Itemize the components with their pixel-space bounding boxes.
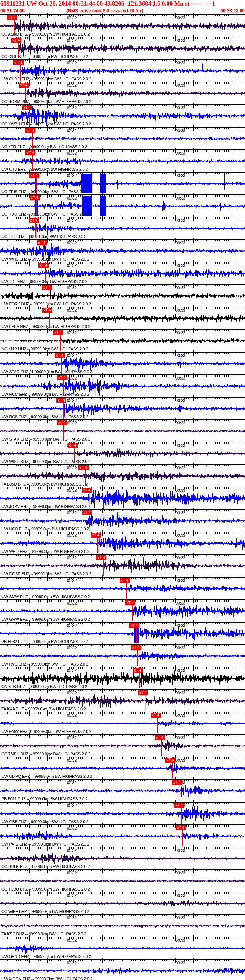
time-tick-label: 00:32 — [67, 533, 77, 538]
trace-row[interactable]: 00:32 00:33 UW UMPQ EHZ -- 99999.0km BW … — [0, 757, 245, 779]
phase-pick-flag[interactable]: xT 4 — [165, 758, 175, 762]
trace-row[interactable]: 00:32 00:33 CN BTB HHZ -- 99999.0km BW H… — [0, 667, 245, 689]
trace-row[interactable]: 00:32 00:33 CC KWBU EHZ -- 99999.0km BW … — [0, 104, 245, 127]
phase-pick-flag[interactable]: xT 4 — [150, 713, 161, 718]
trace-row[interactable]: 00:32 00:33 UW GHW EHZ -- 99999.0km BW H… — [0, 599, 245, 622]
trace-row[interactable]: 00:32 00:33 CC RRLK BHZ -- 99999.0km BW … — [0, 847, 245, 869]
trace-row[interactable]: 00:32 00:33 TA I05D BHZ -- 99999.0km BW … — [0, 914, 245, 937]
trace-row[interactable]: 00:32 00:33 UW NCO EHZ -- 99999.0km BW H… — [0, 509, 245, 531]
trace-row[interactable]: 00:32 00:33 CC TCBU BHZ -- 99999.0km BW … — [0, 869, 245, 892]
trace-row[interactable]: 00:32 00:33 UW LEBA HHZ -- 99999.0km BW … — [0, 307, 245, 329]
phase-pick-flag[interactable]: xT 4 — [125, 600, 135, 605]
trace-row[interactable]: 00:32 00:33 CC ASBU BHZ -- 99999.0km BW … — [0, 14, 245, 37]
phase-pick-flag[interactable]: xT 4 — [129, 623, 139, 628]
trace-row[interactable]: 00:32 00:33 UW STAR EHZ -- 99999.0km BW … — [0, 419, 245, 442]
trace-row[interactable]: 00:32 00:33 CC TMBU BHZ -- 99999.0km BW … — [0, 734, 245, 757]
trace-row[interactable]: 00:32 00:33 UW RVC EHZ -- 99999.0km BW H… — [0, 644, 245, 667]
time-tick-label: 00:33 — [175, 196, 185, 200]
phase-pick-flag[interactable]: xT 4 — [53, 330, 63, 335]
phase-pick-flag[interactable]: xT 4 — [22, 105, 32, 110]
phase-pick-flag[interactable]: xT 4 — [78, 465, 89, 470]
phase-pick-flag[interactable]: xT 4 — [120, 578, 130, 583]
phase-pick-flag[interactable]: xT 4 — [57, 375, 67, 380]
trace-row[interactable]: 00:32 00:33 UW WISH BHZ -- 99999.0km BW … — [0, 442, 245, 464]
time-tick-label: 00:33 — [175, 488, 185, 493]
trace-row[interactable]: 00:32 00:33 UW TDL EHZ -- 99999.0km BW H… — [0, 262, 245, 284]
phase-pick-flag[interactable]: xT 4 — [96, 555, 106, 560]
phase-pick-flag[interactable]: xT 4 — [174, 803, 184, 808]
phase-pick-flag[interactable]: xT 4 — [29, 173, 39, 178]
trace-row[interactable]: 00:32 00:33 PB B011 EHZ -- 99999.0km BW … — [0, 779, 245, 802]
phase-pick-flag[interactable]: xT 4 — [42, 285, 52, 290]
trace-row[interactable]: 00:32 00:33 UW RCM EHZ -- 99999.0km BW H… — [0, 374, 245, 397]
trace-row[interactable]: 00:32 00:33 UW WPO EHZ -- 99999.0km BW H… — [0, 531, 245, 554]
station-channel-label: UW WPO EHZ -- 99999.0km BW HIGHPASS 2.0 … — [2, 549, 90, 554]
phase-pick-flag[interactable]: xT 4 — [131, 645, 141, 650]
time-tick-label: 00:32 — [67, 421, 77, 425]
time-tick-label: 00:32 — [67, 38, 77, 43]
trace-row[interactable]: 00:32 00:33 NC KTR EHZ -- 99999.0km BW H… — [0, 127, 245, 150]
time-tick-label: 00:33 — [175, 398, 185, 403]
phase-pick-flag[interactable]: xT 4 — [25, 128, 35, 133]
time-tick-label: 00:33 — [175, 331, 185, 335]
phase-pick-flag[interactable]: xT 4 — [11, 38, 21, 43]
phase-pick-flag[interactable]: xT 4 — [19, 83, 29, 88]
trace-row[interactable]: 00:32 00:33 UW GLDO EHZ -- 99999.0km BW … — [0, 59, 245, 82]
trace-row[interactable]: 00:32 00:33 UW FMW EHZ 01 99999.0km BW H… — [0, 712, 245, 734]
trace-row[interactable]: 00:32 00:33 UO HUO EHZ -- 99999.0km BW H… — [0, 194, 245, 217]
trace-row[interactable]: 00:32 00:33 CC CIHL BHZ -- 99999.0km BW … — [0, 37, 245, 59]
trace-row[interactable]: 00:32 00:33 UW SMW EHZ -- 99999.0km BW H… — [0, 577, 245, 599]
phase-pick-flag[interactable]: xT 4 — [91, 533, 101, 538]
phase-pick-flag[interactable]: xT 4 — [36, 240, 47, 245]
trace-row[interactable]: 00:32 00:33 CC WIFE BHZ -- 99999.0km BW … — [0, 892, 245, 914]
trace-row[interactable]: 00:32 00:33 UW GBB EHZ -- 99999.0km BW H… — [0, 802, 245, 824]
phase-pick-flag[interactable]: xT 4 — [175, 826, 186, 830]
trace-row[interactable]: 00:32 00:33 UW BEND EHZ -- 99999.0km BW … — [0, 937, 245, 959]
trace-row[interactable]: 00:32 00:33 UW STAR EHZ 01 99999.0km BW … — [0, 352, 245, 374]
phase-pick-flag[interactable]: xT 4 — [25, 151, 35, 155]
station-channel-label: UW GHW EHZ -- 99999.0km BW HIGHPASS 2.0 … — [2, 617, 90, 621]
phase-pick-flag[interactable]: xT 4 — [7, 15, 17, 20]
trace-row[interactable]: 00:32 00:33 UO FRIS EHZ -- 99999.0km BW … — [0, 172, 245, 194]
phase-pick-flag[interactable]: xT 4 — [13, 60, 24, 65]
phase-pick-flag[interactable]: xT 4 — [138, 690, 148, 695]
phase-pick-flag[interactable]: xT 4 — [172, 780, 182, 785]
time-tick-label: 00:33 — [175, 871, 185, 875]
trace-row[interactable]: 00:32 00:33 NC KMR HHZ -- 99999.0km BW H… — [0, 329, 245, 352]
trace-row[interactable]: 00:32 00:33 TA B05D BHZ -- 99999.0km BW … — [0, 464, 245, 487]
trace-row[interactable]: 00:32 00:33 UW DOSE BHZ -- 99999.0km BW … — [0, 554, 245, 576]
station-channel-label: UW STAR EHZ 01 99999.0km BW HIGHPASS 2.0… — [2, 369, 92, 374]
time-tick-label: 00:32 — [67, 961, 77, 965]
phase-pick-flag[interactable]: xT 4 — [55, 353, 65, 358]
trace-row[interactable]: 00:32 00:33 PB B032 EHZ -- 99999.0km BW … — [0, 622, 245, 644]
trace-row[interactable]: 00:32 00:33 UW JORV EHZ -- 99999.0km BW … — [0, 487, 245, 509]
phase-pick-flag[interactable]: xT 4 — [133, 668, 143, 673]
time-tick-label: 00:32 — [67, 578, 77, 583]
station-channel-label: CC ASBU BHZ -- 99999.0km BW HIGHPASS 2.0… — [2, 32, 90, 36]
trace-row[interactable]: 00:32 00:33 UO IRO EHZ -- 99999.0km BW H… — [0, 217, 245, 239]
trace-row[interactable]: 00:32 00:33 UW MOON EHZ -- 99999.0km BW … — [0, 959, 245, 980]
phase-pick-flag[interactable]: xT 4 — [82, 488, 92, 493]
trace-row[interactable]: 00:32 00:33 UW FORK BHZ -- 99999.0km BW … — [0, 284, 245, 307]
trace-row[interactable]: 00:32 00:33 UW RCS EHZ -- 99999.0km BW H… — [0, 397, 245, 419]
time-tick-label: 00:32 — [67, 601, 77, 605]
time-tick-label: 00:32 — [67, 83, 77, 88]
phase-pick-flag[interactable]: xT 4 — [57, 420, 67, 425]
trace-row[interactable]: 00:32 00:33 UW WHS EHZ -- 99999.0km BW H… — [0, 239, 245, 262]
phase-pick-flag[interactable]: xT 4 — [30, 196, 40, 200]
phase-pick-flag[interactable]: xT 4 — [38, 263, 49, 268]
phase-pick-flag[interactable]: xT 4 — [42, 308, 52, 313]
trace-row[interactable]: 00:32 00:33 CC NORM BHZ -- 99999.0km BW … — [0, 82, 245, 104]
time-tick-label: 00:33 — [175, 646, 185, 650]
phase-pick-flag[interactable]: xT 4 — [82, 510, 92, 515]
phase-pick-flag[interactable]: xT 4 — [56, 398, 66, 403]
trace-row[interactable]: 00:32 00:33 UW OT3 EHZ -- 99999.0km BW H… — [0, 150, 245, 172]
time-tick-label: 00:32 — [67, 398, 77, 403]
trace-row[interactable]: 00:32 00:33 UW PAT2 EHZ -- 99999.0km BW … — [0, 824, 245, 847]
station-channel-label: UO HUO EHZ -- 99999.0km BW HIGHPASS 2.0 … — [2, 212, 88, 216]
phase-pick-flag[interactable]: xT 4 — [29, 218, 39, 223]
station-channel-label: UW RCS EHZ -- 99999.0km BW HIGHPASS 2.0 … — [2, 414, 89, 419]
trace-row[interactable]: 00:32 00:33 TA I04A BHZ -- 99999.0km BW … — [0, 689, 245, 712]
phase-pick-flag[interactable]: xT 4 — [155, 735, 165, 740]
phase-pick-flag[interactable]: xT 4 — [68, 443, 78, 448]
